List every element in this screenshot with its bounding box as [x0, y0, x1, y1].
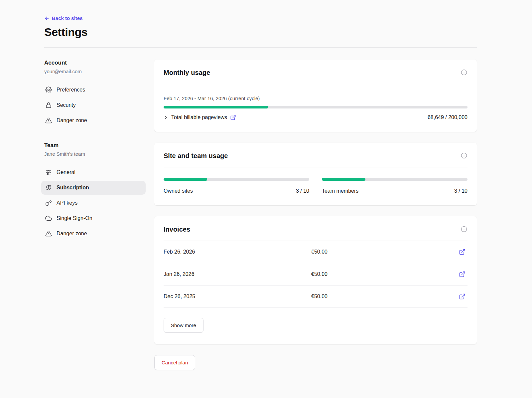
sidebar-item-label: General — [57, 169, 75, 175]
sidebar-item-label: Single Sign-On — [57, 215, 92, 221]
team-members-progress-fill — [322, 178, 365, 181]
team-members-progress-track — [322, 178, 467, 181]
header-divider — [44, 47, 477, 48]
team-members-label: Team members — [322, 188, 358, 194]
warning-triangle-icon — [45, 230, 52, 237]
info-circle-icon[interactable] — [461, 226, 467, 233]
sidebar-item-account-danger-zone[interactable]: Danger zone — [41, 113, 146, 127]
team-heading: Team — [44, 142, 146, 149]
invoice-row: Jan 26, 2026 €50.00 — [164, 263, 467, 286]
page-title: Settings — [44, 26, 477, 39]
show-more-button[interactable]: Show more — [164, 318, 203, 333]
gear-icon — [45, 87, 52, 93]
key-icon — [45, 200, 52, 206]
external-link-icon[interactable] — [230, 114, 236, 120]
external-link-icon[interactable] — [459, 271, 467, 278]
sidebar-item-label: Preferences — [57, 87, 85, 93]
lock-icon — [45, 102, 52, 108]
invoice-amount: €50.00 — [311, 294, 328, 299]
monthly-usage-title: Monthly usage — [164, 69, 210, 77]
monthly-usage-card: Monthly usage Feb 17, 2026 - Mar 16, 202… — [154, 60, 477, 132]
settings-page: Back to sites Settings Account your@emai… — [0, 0, 532, 398]
sliders-icon — [45, 169, 52, 176]
team-members-value: 3 / 10 — [454, 188, 467, 194]
sidebar-item-general[interactable]: General — [41, 165, 146, 179]
team-members-meter: Team members 3 / 10 — [322, 178, 467, 194]
back-to-sites-link[interactable]: Back to sites — [44, 15, 83, 21]
external-link-icon[interactable] — [459, 293, 467, 300]
sidebar-item-team-danger-zone[interactable]: Danger zone — [41, 227, 146, 241]
cancel-plan-button[interactable]: Cancel plan — [154, 355, 195, 370]
info-circle-icon[interactable] — [461, 69, 467, 76]
owned-sites-value: 3 / 10 — [296, 188, 309, 194]
owned-sites-meter: Owned sites 3 / 10 — [164, 178, 309, 194]
card-divider — [164, 167, 467, 167]
invoice-row: Feb 26, 2026 €50.00 — [164, 241, 467, 263]
invoice-date: Jan 26, 2026 — [164, 271, 311, 277]
billing-cycle-label: Feb 17, 2026 - Mar 16, 2026 (current cyc… — [164, 96, 467, 101]
invoice-date: Dec 26, 2025 — [164, 294, 311, 299]
team-name: Jane Smith's team — [44, 151, 146, 157]
team-nav: General Subscription API keys Single Sig… — [44, 165, 146, 241]
invoice-row: Dec 26, 2025 €50.00 — [164, 286, 467, 308]
owned-sites-progress-track — [164, 178, 309, 181]
sidebar-item-preferences[interactable]: Preferences — [41, 83, 146, 97]
sidebar-item-api-keys[interactable]: API keys — [41, 196, 146, 210]
team-section: Team Jane Smith's team General Subscript… — [44, 142, 146, 241]
sidebar-item-label: Danger zone — [57, 117, 87, 123]
pageviews-progress-fill — [164, 106, 268, 108]
arrow-left-icon — [44, 16, 50, 21]
pageviews-progress-track — [164, 106, 467, 108]
card-divider — [164, 84, 467, 84]
account-nav: Preferences Security Danger zone — [44, 83, 146, 127]
sidebar-item-security[interactable]: Security — [41, 98, 146, 112]
owned-sites-label: Owned sites — [164, 188, 193, 194]
invoice-date: Feb 26, 2026 — [164, 249, 311, 255]
account-heading: Account — [44, 60, 146, 66]
dollar-refresh-icon — [45, 184, 52, 191]
sidebar-item-single-sign-on[interactable]: Single Sign-On — [41, 211, 146, 225]
pageviews-usage-row: Total billable pageviews 68,649 / 200,00… — [164, 114, 467, 120]
back-link-label: Back to sites — [52, 15, 83, 21]
settings-sidebar: Account your@email.com Preferences Secur… — [44, 60, 154, 370]
invoices-card: Invoices Feb 26, 2026 €50.00 Jan 26, 202… — [154, 216, 477, 344]
invoice-amount: €50.00 — [311, 271, 328, 277]
owned-sites-progress-fill — [164, 178, 207, 181]
pageviews-expander[interactable]: Total billable pageviews — [164, 114, 236, 120]
sidebar-item-label: Danger zone — [57, 231, 87, 237]
sidebar-item-label: API keys — [57, 200, 77, 206]
external-link-icon[interactable] — [459, 249, 467, 255]
sidebar-item-label: Security — [57, 102, 76, 108]
account-section: Account your@email.com Preferences Secur… — [44, 60, 146, 127]
pageviews-label: Total billable pageviews — [171, 114, 227, 120]
info-circle-icon[interactable] — [461, 152, 467, 159]
cloud-icon — [45, 215, 52, 222]
warning-triangle-icon — [45, 117, 52, 124]
account-email: your@email.com — [44, 69, 146, 74]
chevron-right-icon — [164, 115, 168, 120]
site-team-usage-title: Site and team usage — [164, 152, 228, 160]
pageviews-value: 68,649 / 200,000 — [428, 114, 467, 120]
sidebar-item-label: Subscription — [57, 185, 89, 191]
subscription-panel: Monthly usage Feb 17, 2026 - Mar 16, 202… — [154, 60, 477, 370]
invoice-amount: €50.00 — [311, 249, 328, 255]
invoices-title: Invoices — [164, 226, 190, 233]
sidebar-item-subscription[interactable]: Subscription — [41, 181, 146, 195]
site-team-usage-card: Site and team usage Owned sites 3 / 10 — [154, 143, 477, 205]
